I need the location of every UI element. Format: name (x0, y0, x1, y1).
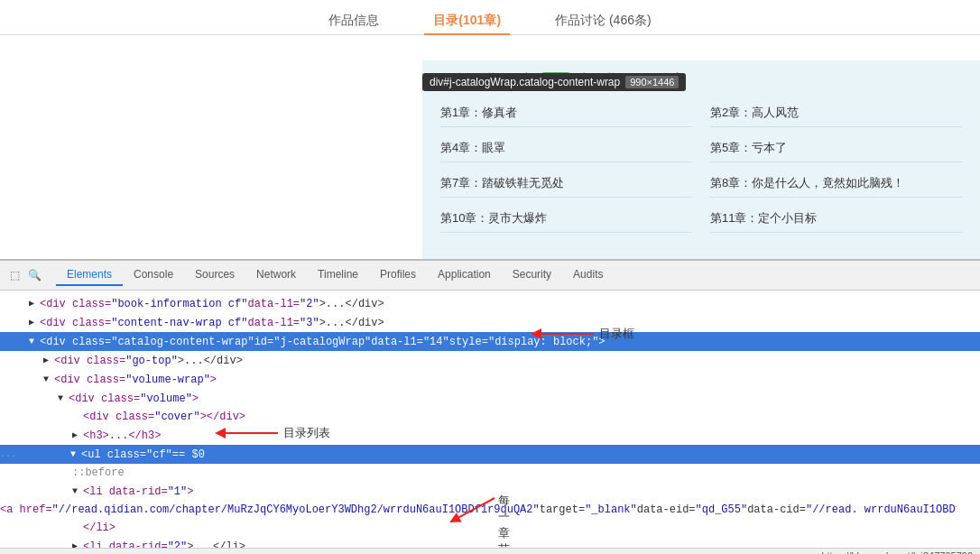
chapter-1[interactable]: 第1章：修真者 (440, 99, 692, 127)
tab-timeline[interactable]: Timeline (307, 264, 369, 286)
tab-sources[interactable]: Sources (184, 264, 245, 286)
tab-elements[interactable]: Elements (56, 264, 123, 286)
dom-line-ul[interactable]: ... <ul class="cf" == $0 (0, 445, 980, 464)
dom-line-before: ::before (0, 464, 980, 482)
url-text: https://blog.csdn.net/lei347795790 (821, 550, 973, 554)
tab-console[interactable]: Console (123, 264, 184, 286)
url-bar: https://blog.csdn.net/lei347795790 (0, 548, 980, 554)
triangle-ul[interactable] (70, 446, 81, 463)
triangle-4[interactable] (43, 352, 54, 369)
tooltip-selector: div#j-catalogWrap.catalog-content-wrap (430, 76, 620, 88)
element-tooltip: div#j-catalogWrap.catalog-content-wrap 9… (422, 73, 686, 91)
dom-line-8: <h3>...</h3> (0, 426, 980, 445)
tab-application[interactable]: Application (427, 264, 502, 286)
dom-line-li1-close: </li> (0, 519, 980, 537)
tooltip-size: 990×1446 (625, 76, 679, 88)
dom-line-4: <div class="go-top">...</div> (0, 351, 980, 370)
dom-line-3[interactable]: <div class="catalog-content-wrap" id="j-… (0, 332, 980, 351)
chapter-4[interactable]: 第4章：眼罩 (440, 134, 692, 162)
tab-network[interactable]: Network (245, 264, 307, 286)
dom-line-2: <div class="content-nav-wrap cf" data-l1… (0, 313, 980, 332)
triangle-3[interactable] (29, 333, 40, 350)
triangle-5[interactable] (43, 371, 54, 388)
devtools-icons: ⬚ 🔍 (7, 268, 42, 282)
dom-line-1: <div class="book-information cf" data-l1… (0, 294, 980, 313)
devtools-panel: ⬚ 🔍 Elements Console Sources Network Tim… (0, 259, 980, 548)
dom-line-6: <div class="volume"> (0, 389, 980, 408)
tab-profiles[interactable]: Profiles (369, 264, 427, 286)
triangle-1[interactable] (29, 295, 40, 312)
dom-line-li2: <li data-rid="2">...</li> (0, 537, 980, 548)
triangle-2[interactable] (29, 314, 40, 331)
tab-security[interactable]: Security (502, 264, 562, 286)
dom-line-7: <div class="cover"></div> (0, 408, 980, 426)
tab-discussion[interactable]: 作品讨论 (466条) (546, 7, 661, 34)
chapter-11[interactable]: 第11章：定个小目标 (710, 205, 962, 233)
dom-line-a1: <a href="//read.qidian.com/chapter/MuRzJ… (0, 501, 957, 519)
chapter-8[interactable]: 第8章：你是什么人，竟然如此脑残！ (710, 170, 962, 198)
chapter-2[interactable]: 第2章：高人风范 (710, 99, 962, 127)
devtools-toolbar: ⬚ 🔍 Elements Console Sources Network Tim… (0, 261, 980, 291)
devtools-dom: <div class="book-information cf" data-l1… (0, 291, 980, 548)
cursor-icon[interactable]: ⬚ (7, 268, 22, 282)
chapters-grid: 第1章：修真者 第2章：高人风范 第4章：眼罩 第5章：亏本了 第7章：踏破铁鞋… (440, 99, 962, 233)
chapter-5[interactable]: 第5章：亏本了 (710, 134, 962, 162)
triangle-li1[interactable] (72, 483, 83, 500)
inspect-icon[interactable]: 🔍 (27, 268, 42, 282)
triangle-li2[interactable] (72, 538, 83, 548)
triangle-8[interactable] (72, 427, 83, 444)
tab-bar: 作品信息 目录(101章) 作品讨论 (466条) (0, 0, 980, 35)
tab-audits[interactable]: Audits (562, 264, 614, 286)
tab-catalog[interactable]: 目录(101章) (424, 7, 510, 34)
tab-work-info[interactable]: 作品信息 (319, 7, 388, 34)
triangle-6[interactable] (58, 390, 69, 407)
chapter-10[interactable]: 第10章：灵市大爆炸 (440, 205, 692, 233)
chapter-7[interactable]: 第7章：踏破铁鞋无觅处 (440, 170, 692, 198)
dom-line-5: <div class="volume-wrap"> (0, 370, 980, 389)
dom-line-li1: <li data-rid="1"> (0, 482, 980, 501)
